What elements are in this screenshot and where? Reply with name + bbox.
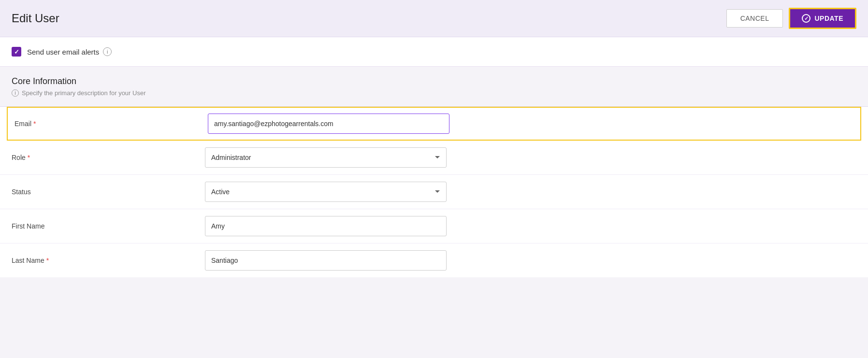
email-input[interactable] xyxy=(208,114,449,134)
status-select[interactable]: Active Inactive xyxy=(205,182,447,202)
email-field-wrapper: Email * xyxy=(7,107,861,141)
role-select[interactable]: Administrator Manager User Viewer xyxy=(205,147,447,168)
email-alerts-section: Send user email alerts i xyxy=(0,37,868,67)
role-row: Role * Administrator Manager User Viewer xyxy=(0,141,868,175)
email-alerts-label: Send user email alerts i xyxy=(27,47,112,56)
first-name-label: First Name xyxy=(12,222,195,230)
email-alerts-checkbox[interactable] xyxy=(12,47,21,57)
section-description: i Specify the primary description for yo… xyxy=(12,89,856,97)
update-button[interactable]: ✓ UPDATE xyxy=(789,8,856,29)
role-required-star: * xyxy=(28,154,30,161)
page-header: Edit User CANCEL ✓ UPDATE xyxy=(0,0,868,37)
last-name-label: Last Name * xyxy=(12,257,195,264)
first-name-input[interactable] xyxy=(205,216,447,236)
page-title: Edit User xyxy=(12,12,59,25)
header-actions: CANCEL ✓ UPDATE xyxy=(726,8,856,29)
role-label: Role * xyxy=(12,154,195,161)
section-info-icon: i xyxy=(12,89,19,97)
info-icon[interactable]: i xyxy=(103,47,112,56)
last-name-row: Last Name * xyxy=(0,243,868,277)
first-name-row: First Name xyxy=(0,209,868,243)
update-check-icon: ✓ xyxy=(802,14,810,23)
last-name-input[interactable] xyxy=(205,250,447,271)
email-required-star: * xyxy=(33,120,36,128)
email-label: Email * xyxy=(14,120,198,128)
update-button-label: UPDATE xyxy=(814,14,843,22)
core-info-section: Core Information i Specify the primary d… xyxy=(0,67,868,107)
cancel-button[interactable]: CANCEL xyxy=(726,9,783,28)
status-label: Status xyxy=(12,188,195,196)
last-name-required-star: * xyxy=(46,257,49,264)
status-row: Status Active Inactive xyxy=(0,175,868,209)
section-title: Core Information xyxy=(12,76,856,86)
